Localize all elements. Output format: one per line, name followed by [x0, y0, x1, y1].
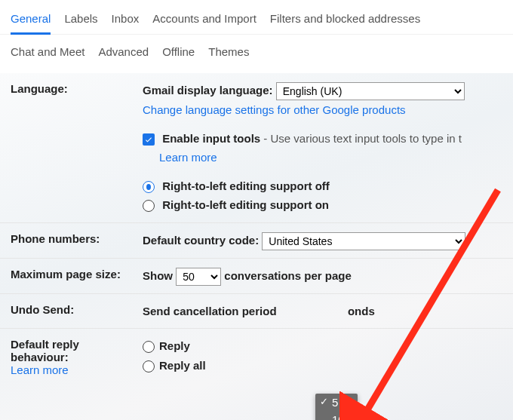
enable-input-tools-desc: - Use various text input tools to type i…	[260, 132, 462, 145]
rtl-off-radio[interactable]	[143, 181, 155, 193]
tab-themes[interactable]: Themes	[208, 41, 249, 66]
enable-input-tools-checkbox[interactable]	[143, 133, 155, 146]
change-language-link[interactable]: Change language settings for other Googl…	[143, 103, 406, 116]
rtl-on-radio[interactable]	[143, 200, 155, 212]
enable-input-tools-label: Enable input tools	[162, 132, 260, 145]
input-tools-learn-more[interactable]: Learn more	[159, 151, 217, 164]
reply-radio[interactable]	[143, 341, 155, 353]
row-undo-send: Undo Send: Send cancellation period onds	[0, 293, 513, 329]
page-size-select[interactable]: 50	[176, 268, 221, 286]
row-page-size: Maximum page size: Show 50 conversations…	[0, 258, 513, 293]
country-code-select[interactable]: United States	[262, 232, 465, 250]
label-page-size: Maximum page size:	[11, 266, 143, 281]
tab-advanced[interactable]: Advanced	[98, 41, 149, 66]
undo-suffix: onds	[348, 305, 375, 317]
reply-all-label: Reply all	[159, 359, 206, 372]
undo-option-5[interactable]: 5	[315, 394, 358, 411]
settings-tabs-row1: General Labels Inbox Accounts and Import…	[0, 0, 513, 35]
settings-tabs-row2: Chat and Meet Advanced Offline Themes	[0, 35, 513, 73]
undo-option-10[interactable]: 10	[315, 411, 358, 420]
check-icon	[144, 135, 153, 144]
row-default-reply: Default reply behaviour: Learn more Repl…	[0, 328, 513, 384]
display-language-select[interactable]: English (UK)	[276, 82, 465, 100]
page-size-show: Show	[143, 269, 173, 282]
tab-offline[interactable]: Offline	[162, 41, 195, 66]
undo-send-dropdown[interactable]: 5 10 20 30	[315, 394, 358, 420]
reply-learn-more[interactable]: Learn more	[11, 363, 69, 376]
rtl-on-label: Right-to-left editing support on	[162, 198, 329, 211]
settings-content: Language: Gmail display language: Englis…	[0, 73, 513, 420]
label-undo-send: Undo Send:	[11, 302, 143, 316]
tab-inbox[interactable]: Inbox	[112, 8, 140, 34]
row-language: Language: Gmail display language: Englis…	[0, 73, 513, 222]
tab-accounts[interactable]: Accounts and Import	[152, 8, 256, 34]
row-phone: Phone numbers: Default country code: Uni…	[0, 222, 513, 258]
tab-general[interactable]: General	[11, 8, 51, 35]
display-language-label: Gmail display language:	[143, 84, 273, 97]
label-reply-2: behaviour:	[11, 351, 69, 363]
tab-labels[interactable]: Labels	[64, 8, 97, 34]
page-size-suffix: conversations per page	[224, 269, 351, 282]
label-phone: Phone numbers:	[11, 231, 143, 245]
tab-chat-meet[interactable]: Chat and Meet	[11, 41, 84, 66]
label-reply-1: Default reply	[11, 338, 79, 351]
reply-all-radio[interactable]	[143, 360, 155, 372]
reply-label: Reply	[159, 339, 190, 352]
label-language: Language:	[11, 81, 143, 95]
country-code-label: Default country code:	[143, 234, 259, 247]
tab-filters[interactable]: Filters and blocked addresses	[270, 8, 420, 34]
rtl-off-label: Right-to-left editing support off	[162, 179, 330, 192]
undo-prefix: Send cancellation period	[143, 305, 277, 317]
